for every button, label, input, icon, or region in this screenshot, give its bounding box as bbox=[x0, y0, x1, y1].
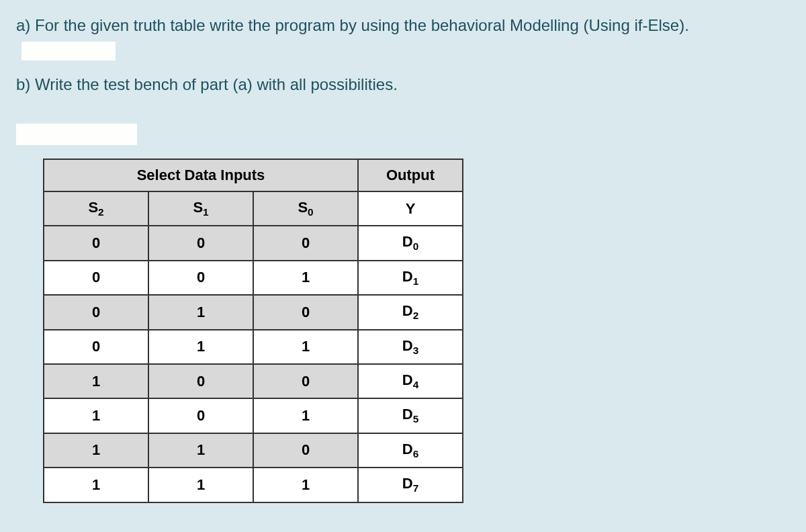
y-base: D bbox=[402, 268, 413, 285]
header-s0-sub: 0 bbox=[308, 206, 314, 218]
y-base: D bbox=[402, 302, 413, 319]
cell-s2: 1 bbox=[44, 468, 148, 502]
cell-s0: 0 bbox=[253, 226, 358, 260]
y-sub: 2 bbox=[413, 310, 419, 322]
redaction-patch-2 bbox=[16, 124, 137, 145]
y-sub: 4 bbox=[413, 379, 419, 390]
header-s2-sub: 2 bbox=[98, 206, 104, 218]
header-s1-label: S bbox=[193, 199, 203, 216]
cell-s0: 1 bbox=[253, 468, 358, 502]
table-row: 101D5 bbox=[44, 398, 463, 433]
table-row: 011D3 bbox=[44, 330, 463, 364]
cell-y: D5 bbox=[358, 398, 463, 433]
truth-table-container: Select Data Inputs Output S2 S1 S0 Y 000… bbox=[43, 159, 790, 503]
table-row: 110D6 bbox=[44, 433, 463, 468]
table-row: 010D2 bbox=[44, 295, 463, 329]
cell-s0: 0 bbox=[253, 295, 358, 329]
cell-y: D6 bbox=[358, 433, 463, 468]
truth-table: Select Data Inputs Output S2 S1 S0 Y 000… bbox=[43, 159, 463, 503]
y-sub: 7 bbox=[413, 483, 419, 494]
cell-s0: 1 bbox=[253, 330, 358, 364]
header-output: Output bbox=[358, 159, 463, 191]
y-base: D bbox=[402, 441, 413, 457]
header-select: Select Data Inputs bbox=[44, 159, 358, 191]
question-b: b) Write the test bench of part (a) with… bbox=[16, 73, 790, 97]
cell-y: D7 bbox=[358, 468, 463, 502]
table-row: 100D4 bbox=[44, 364, 463, 398]
cell-s1: 1 bbox=[148, 433, 253, 468]
y-sub: 1 bbox=[413, 275, 419, 287]
cell-s2: 1 bbox=[44, 398, 148, 433]
y-base: D bbox=[402, 233, 413, 250]
y-base: D bbox=[402, 475, 413, 492]
y-sub: 0 bbox=[413, 241, 419, 253]
cell-y: D1 bbox=[358, 261, 463, 295]
y-sub: 5 bbox=[413, 414, 419, 425]
header-s2-label: S bbox=[88, 199, 98, 216]
cell-s0: 0 bbox=[253, 433, 358, 468]
cell-s1: 1 bbox=[148, 468, 253, 502]
header-s1-sub: 1 bbox=[203, 206, 209, 218]
cell-s1: 0 bbox=[148, 261, 253, 295]
header-y: Y bbox=[358, 191, 463, 226]
cell-s2: 0 bbox=[44, 295, 148, 329]
cell-s2: 1 bbox=[44, 433, 148, 468]
header-s1: S1 bbox=[148, 191, 253, 226]
table-row: 111D7 bbox=[44, 468, 463, 502]
table-row: 000D0 bbox=[44, 226, 463, 260]
header-s0: S0 bbox=[253, 191, 358, 226]
cell-y: D4 bbox=[358, 364, 463, 398]
question-a-text: a) For the given truth table write the p… bbox=[16, 16, 689, 34]
cell-s2: 0 bbox=[44, 226, 148, 260]
y-sub: 6 bbox=[413, 448, 419, 459]
question-b-text: b) Write the test bench of part (a) with… bbox=[16, 75, 398, 93]
table-row: 001D1 bbox=[44, 261, 463, 295]
y-sub: 3 bbox=[413, 345, 419, 356]
redaction-patch bbox=[21, 42, 116, 60]
y-base: D bbox=[402, 371, 413, 388]
cell-s1: 0 bbox=[148, 398, 253, 433]
table-body: 000D0001D1010D2011D3100D4101D5110D6111D7 bbox=[44, 226, 463, 502]
cell-s2: 1 bbox=[44, 364, 148, 398]
header-s2: S2 bbox=[44, 191, 148, 226]
cell-s0: 1 bbox=[253, 398, 358, 433]
table-header-row-1: Select Data Inputs Output bbox=[44, 159, 463, 191]
cell-s2: 0 bbox=[44, 330, 148, 364]
cell-s2: 0 bbox=[44, 261, 148, 295]
cell-s1: 0 bbox=[148, 226, 253, 260]
cell-y: D0 bbox=[358, 226, 463, 260]
question-a: a) For the given truth table write the p… bbox=[16, 13, 790, 62]
y-base: D bbox=[402, 337, 413, 354]
cell-s1: 0 bbox=[148, 364, 253, 398]
cell-s1: 1 bbox=[148, 295, 253, 329]
y-base: D bbox=[402, 406, 413, 423]
cell-s1: 1 bbox=[148, 330, 253, 364]
cell-s0: 0 bbox=[253, 364, 358, 398]
cell-y: D3 bbox=[358, 330, 463, 364]
header-s0-label: S bbox=[298, 199, 308, 216]
cell-s0: 1 bbox=[253, 261, 358, 295]
table-header-row-2: S2 S1 S0 Y bbox=[44, 191, 463, 226]
cell-y: D2 bbox=[358, 295, 463, 329]
